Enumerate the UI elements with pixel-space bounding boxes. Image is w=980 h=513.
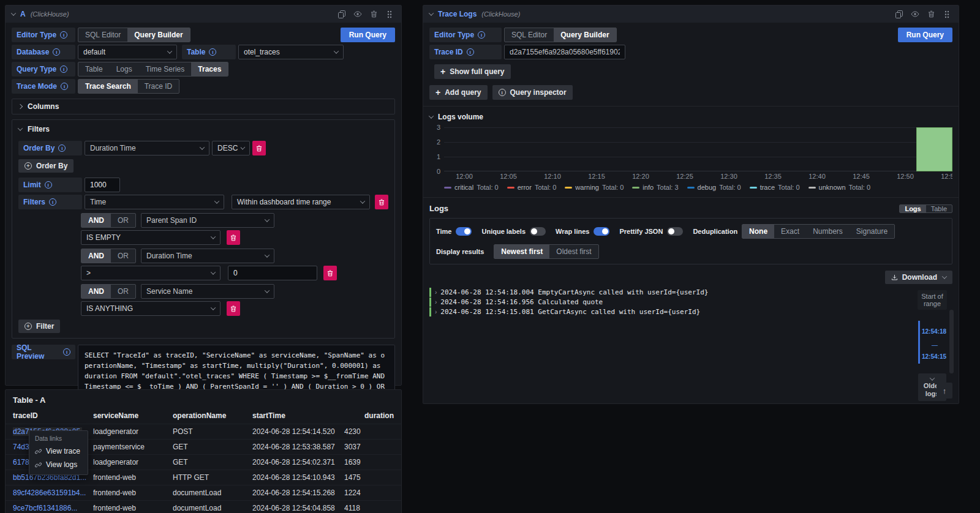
info-icon[interactable]: i (61, 83, 68, 90)
toggle-switch[interactable] (456, 227, 472, 236)
order-direction-select[interactable]: DESC (212, 141, 250, 155)
show-full-query-button[interactable]: +Show full query (434, 64, 511, 79)
info-icon[interactable]: i (467, 48, 474, 56)
range-bar[interactable] (918, 321, 920, 364)
drag-handle-icon[interactable] (941, 9, 952, 20)
option-and[interactable]: AND (81, 214, 111, 227)
table-panel-title[interactable]: Table - A (6, 390, 401, 409)
toggle-switch[interactable] (530, 227, 546, 236)
legend-item-critical[interactable]: criticalTotal: 0 (444, 184, 499, 191)
option-query-builder[interactable]: Query Builder (127, 28, 189, 42)
column-header-operationname[interactable]: operationName (173, 409, 252, 424)
option-traces[interactable]: Traces (191, 62, 228, 76)
filter-field-select[interactable]: Time (85, 195, 224, 209)
option-sql-editor[interactable]: SQL Editor (78, 28, 127, 42)
add-order-by-button[interactable]: +Order By (18, 159, 74, 173)
log-row[interactable]: ›2024-06-28 12:54:18.004 EmptyCartAsync … (429, 288, 905, 297)
column-header-traceid[interactable]: traceID (13, 409, 93, 424)
condition-field-select[interactable]: Service Name (141, 284, 274, 299)
view-trace-menu-item[interactable]: View trace (29, 444, 88, 458)
view-logs-menu-item[interactable]: View logs (29, 458, 88, 471)
order-by-field-select[interactable]: Duration Time (85, 141, 209, 155)
info-icon[interactable]: i (209, 48, 216, 56)
option-logs[interactable]: Logs (110, 62, 139, 76)
info-icon[interactable]: i (45, 181, 52, 189)
legend-item-unknown[interactable]: unknownTotal: 0 (809, 184, 871, 191)
option-table[interactable]: Table (78, 62, 110, 76)
log-row[interactable]: ›2024-06-28 12:54:16.956 Calculated quot… (429, 298, 905, 307)
option-numbers[interactable]: Numbers (806, 225, 850, 238)
run-query-button[interactable]: Run Query (341, 28, 395, 42)
option-exact[interactable]: Exact (774, 225, 806, 238)
option-sql-editor[interactable]: SQL Editor (505, 28, 554, 42)
option-and[interactable]: AND (81, 249, 111, 263)
toggle-prettify-json[interactable]: Prettify JSON (619, 227, 683, 236)
duplicate-icon[interactable] (894, 9, 905, 20)
panel-collapse-icon[interactable] (429, 10, 434, 15)
option-trace-search[interactable]: Trace Search (78, 80, 138, 93)
log-expand-icon[interactable]: › (435, 289, 437, 296)
download-button[interactable]: Download (885, 271, 952, 284)
option-or[interactable]: OR (111, 249, 135, 263)
legend-item-trace[interactable]: traceTotal: 0 (750, 184, 800, 191)
trace-id-input[interactable] (504, 45, 625, 59)
option-oldest-first[interactable]: Oldest first (549, 245, 598, 258)
trash-icon[interactable] (925, 9, 937, 20)
legend-item-error[interactable]: errorTotal: 0 (507, 184, 557, 191)
filter-value-select[interactable]: Within dashboard time range (232, 195, 370, 209)
option-query-builder[interactable]: Query Builder (554, 28, 616, 42)
toggle-unique-labels[interactable]: Unique labels (481, 227, 546, 236)
duplicate-icon[interactable] (336, 9, 347, 20)
info-icon[interactable]: i (60, 66, 67, 73)
log-row[interactable]: ›2024-06-28 12:54:15.081 GetCartAsync ca… (429, 307, 905, 316)
condition-field-select[interactable]: Duration Time (141, 249, 274, 263)
remove-condition-button[interactable] (227, 230, 240, 245)
trace-id-link[interactable]: 9ce7bcf61341886... (13, 504, 93, 512)
option-or[interactable]: OR (111, 214, 135, 227)
legend-item-debug[interactable]: debugTotal: 0 (687, 184, 741, 191)
scroll-to-top-button[interactable]: ↑ (937, 383, 952, 399)
trace-id-link[interactable]: 89cf4286e631591b4... (13, 489, 93, 497)
option-signature[interactable]: Signature (850, 225, 894, 238)
remove-order-by-button[interactable] (252, 141, 266, 155)
remove-condition-button[interactable] (227, 301, 240, 316)
condition-field-select[interactable]: Parent Span ID (141, 213, 274, 228)
database-select[interactable]: default (78, 45, 177, 59)
option-time-series[interactable]: Time Series (139, 62, 192, 76)
info-icon[interactable]: i (60, 31, 67, 39)
limit-input[interactable] (85, 178, 120, 192)
columns-section-toggle[interactable]: Columns (12, 99, 395, 114)
log-expand-icon[interactable]: › (435, 309, 437, 315)
option-trace-id[interactable]: Trace ID (138, 80, 179, 93)
remove-filter-button[interactable] (375, 195, 388, 209)
table-select[interactable]: otel_traces (238, 45, 344, 59)
info-icon[interactable]: i (63, 348, 70, 356)
info-icon[interactable]: i (49, 198, 56, 206)
logs-scrollbar[interactable] (949, 310, 954, 373)
toggle-switch[interactable] (594, 227, 609, 236)
option-table[interactable]: Table (926, 205, 952, 212)
condition-operator-select[interactable]: IS EMPTY (81, 230, 221, 245)
info-icon[interactable]: i (58, 144, 66, 152)
info-icon[interactable]: i (53, 48, 60, 56)
panel-title[interactable]: Trace Logs (438, 10, 477, 18)
log-range-timeline[interactable]: 12:54:18 — 12:54:15 (912, 320, 952, 365)
eye-icon[interactable] (910, 9, 921, 20)
add-query-button[interactable]: +Add query (429, 85, 488, 100)
toggle-wrap-lines[interactable]: Wrap lines (556, 227, 609, 236)
log-expand-icon[interactable]: › (435, 299, 437, 305)
query-inspector-button[interactable]: iQuery inspector (492, 85, 573, 100)
info-icon[interactable]: i (478, 31, 485, 39)
option-or[interactable]: OR (111, 285, 135, 298)
run-query-button[interactable]: Run Query (898, 28, 952, 42)
legend-item-info[interactable]: infoTotal: 3 (632, 184, 678, 191)
filters-section-toggle[interactable]: Filters (18, 125, 388, 133)
eye-icon[interactable] (352, 9, 363, 20)
column-header-duration[interactable]: duration (344, 409, 395, 424)
column-header-servicename[interactable]: serviceName (93, 409, 173, 424)
add-filter-button[interactable]: +Filter (18, 320, 60, 333)
legend-item-warning[interactable]: warningTotal: 0 (565, 184, 624, 191)
trash-icon[interactable] (368, 9, 379, 20)
column-header-starttime[interactable]: startTime (252, 409, 344, 424)
option-none[interactable]: None (742, 225, 774, 238)
